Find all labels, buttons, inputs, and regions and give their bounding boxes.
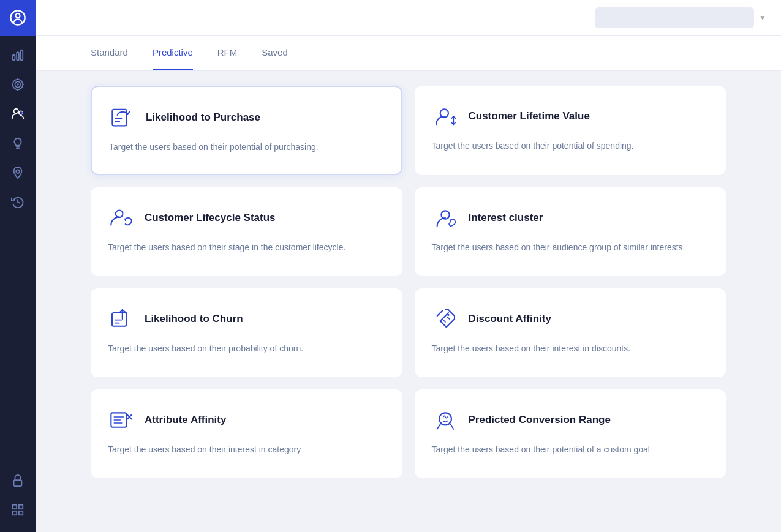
card-title: Customer Lifetime Value: [469, 110, 590, 122]
card-interest-cluster[interactable]: Interest cluster Target the users based …: [415, 187, 726, 276]
sidebar-item-grid[interactable]: [0, 495, 36, 525]
card-desc: Target the users based on their probabil…: [108, 342, 385, 356]
sidebar-item-lightbulb[interactable]: [0, 129, 36, 158]
lifecycle-icon: [108, 204, 135, 231]
svg-rect-20: [13, 511, 17, 515]
svg-line-33: [443, 320, 445, 321]
svg-rect-17: [14, 480, 22, 486]
card-title: Interest cluster: [469, 212, 543, 224]
card-desc: Target the users based on their interest…: [108, 443, 385, 457]
svg-rect-18: [13, 505, 17, 509]
card-likelihood-churn[interactable]: Likelihood to Churn Target the users bas…: [91, 288, 402, 377]
card-header: Discount Affinity: [432, 305, 709, 332]
conversion-icon: [432, 406, 459, 433]
card-desc: Target the users based on their potentia…: [109, 141, 384, 154]
card-discount-affinity[interactable]: Discount Affinity Target the users based…: [415, 288, 726, 377]
svg-point-7: [17, 84, 18, 85]
svg-point-34: [447, 313, 449, 315]
sidebar-item-users[interactable]: [0, 99, 36, 129]
card-customer-lifetime-value[interactable]: Customer Lifetime Value Target the users…: [415, 86, 726, 175]
card-title: Predicted Conversion Range: [469, 414, 611, 426]
card-customer-lifecycle-status[interactable]: Customer Lifecycle Status Target the use…: [91, 187, 402, 276]
card-title: Likelihood to Churn: [145, 313, 243, 325]
sidebar-item-target[interactable]: [0, 70, 36, 99]
tab-standard[interactable]: Standard: [91, 36, 128, 70]
interest-icon: [432, 204, 459, 231]
card-likelihood-purchase[interactable]: Likelihood to Purchase Target the users …: [91, 86, 402, 175]
header: ▼: [36, 0, 781, 36]
card-desc: Target the users based on their audience…: [432, 241, 709, 255]
tabs-bar: Standard Predictive RFM Saved: [36, 36, 781, 71]
card-header: Interest cluster: [432, 204, 709, 231]
svg-rect-3: [17, 52, 19, 60]
card-desc: Target the users based on their potentia…: [432, 140, 709, 153]
card-desc: Target the users based on their stage in…: [108, 241, 385, 255]
svg-rect-4: [21, 50, 23, 61]
card-desc: Target the users based on their interest…: [432, 342, 709, 356]
card-header: Predicted Conversion Range: [432, 406, 709, 433]
card-title: Customer Lifecycle Status: [145, 212, 276, 224]
sidebar: [0, 0, 36, 532]
sidebar-item-lock[interactable]: [0, 466, 36, 495]
tab-predictive[interactable]: Predictive: [153, 36, 193, 70]
clv-icon: [432, 103, 459, 130]
attribute-icon: [108, 406, 135, 433]
cards-grid: Likelihood to Purchase Target the users …: [36, 71, 781, 493]
sidebar-item-location[interactable]: [0, 158, 36, 187]
churn-icon: [108, 305, 135, 332]
main-content: ▼ Standard Predictive RFM Saved L: [36, 0, 781, 532]
discount-icon: [432, 305, 459, 332]
card-header: Attribute Affinity: [108, 406, 385, 433]
tab-saved[interactable]: Saved: [262, 36, 288, 70]
card-header: Customer Lifetime Value: [432, 103, 709, 130]
card-title: Discount Affinity: [469, 313, 551, 325]
svg-point-1: [16, 13, 20, 18]
card-predicted-conversion[interactable]: Predicted Conversion Range Target the us…: [415, 389, 726, 478]
card-title: Likelihood to Purchase: [146, 111, 260, 124]
card-attribute-affinity[interactable]: Attribute Affinity Target the users base…: [91, 389, 402, 478]
tab-rfm[interactable]: RFM: [217, 36, 238, 70]
sidebar-bottom: [0, 466, 36, 532]
svg-line-32: [447, 317, 449, 318]
sidebar-item-analytics[interactable]: [0, 40, 36, 70]
logo[interactable]: [0, 0, 36, 36]
card-header: Customer Lifecycle Status: [108, 204, 385, 231]
card-header: Likelihood to Churn: [108, 305, 385, 332]
svg-rect-21: [19, 511, 23, 515]
search-input[interactable]: [595, 7, 754, 28]
dropdown-arrow-icon[interactable]: ▼: [759, 13, 766, 22]
card-header: Likelihood to Purchase: [109, 104, 384, 131]
card-desc: Target the users based on their potentia…: [432, 443, 709, 457]
svg-rect-2: [13, 55, 15, 60]
card-title: Attribute Affinity: [145, 414, 226, 426]
svg-rect-19: [19, 505, 23, 509]
sidebar-item-history[interactable]: [0, 187, 36, 217]
purchase-icon: [109, 104, 136, 131]
svg-point-12: [14, 109, 18, 113]
svg-point-16: [16, 170, 20, 173]
